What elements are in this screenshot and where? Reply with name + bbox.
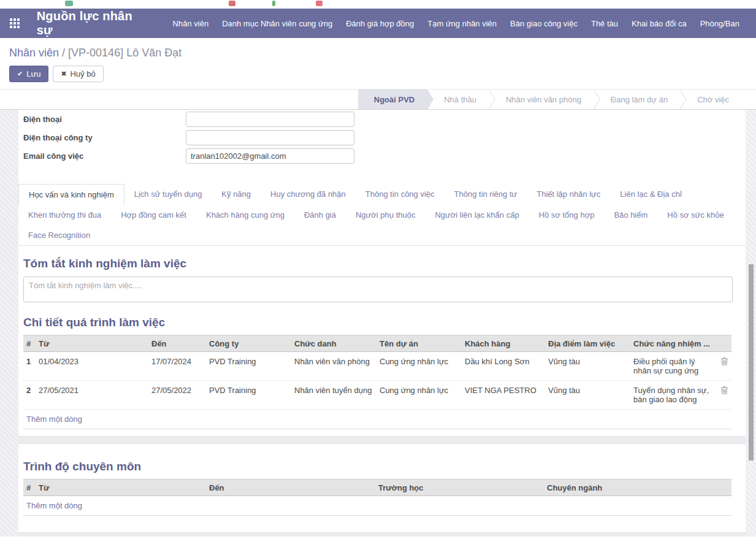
save-button[interactable]: ✔ Lưu xyxy=(9,66,48,82)
work-history-header-row: # Từ Đến Công ty Chức danh Tên dự án Khá… xyxy=(23,335,731,352)
separator-band xyxy=(18,532,746,537)
tab-dependents[interactable]: Người phụ thuộc xyxy=(346,205,425,225)
summary-textarea[interactable] xyxy=(23,277,733,302)
cell-to[interactable]: 27/05/2022 xyxy=(148,381,206,410)
browser-strip xyxy=(0,0,756,9)
tab-skills[interactable]: Kỹ năng xyxy=(212,184,261,205)
field-company-phone: Điện thoại công ty xyxy=(23,130,746,145)
vertical-scrollbar-thumb[interactable] xyxy=(749,264,754,461)
left-gutter xyxy=(0,110,18,537)
column-header-project: Tên dự án xyxy=(376,335,462,352)
cell-company[interactable]: PVD Training xyxy=(206,352,291,381)
tab-emergency-contacts[interactable]: Người liên lạc khẩn cấp xyxy=(425,205,529,225)
check-icon: ✔ xyxy=(17,70,23,78)
tab-manpower-setup[interactable]: Thiết lập nhân lực xyxy=(527,184,610,205)
tab-emulation-rewards[interactable]: Khen thưởng thi đua xyxy=(18,205,111,225)
step-dang-lam-du-an[interactable]: Đang làm dự án xyxy=(595,90,681,109)
column-header-job-title: Chức danh xyxy=(291,335,376,352)
column-header-from: Từ xyxy=(36,335,148,352)
nav-department[interactable]: Phòng/Ban xyxy=(693,10,746,37)
action-buttons: ✔ Lưu ✖ Huỷ bỏ xyxy=(0,59,756,82)
form-sheet: Điện thoại Điện thoại công ty Email công… xyxy=(18,110,746,537)
phone-input[interactable] xyxy=(186,112,354,127)
column-header-actions xyxy=(712,335,731,352)
favicon-fragment-icon xyxy=(272,1,275,6)
nav-work-handover[interactable]: Bàn giao công việc xyxy=(503,10,584,37)
step-ngoai-pvd[interactable]: Ngoài PVD xyxy=(358,90,428,109)
step-cho-viec[interactable]: Chờ việc xyxy=(681,90,743,109)
trash-icon xyxy=(720,386,728,394)
step-nhan-vien-van-phong[interactable]: Nhân viên văn phòng xyxy=(490,90,595,109)
company-phone-label: Điện thoại công ty xyxy=(23,133,186,142)
add-row-link[interactable]: Thêm một dòng xyxy=(23,496,731,516)
cell-project[interactable]: Cung ứng nhân lực xyxy=(376,352,462,381)
tab-contact-address[interactable]: Liên lạc & Địa chỉ xyxy=(610,184,691,205)
nav-employees[interactable]: Nhân viên xyxy=(166,10,216,37)
cell-work-location[interactable]: Vũng tàu xyxy=(545,352,630,381)
nav-supply-employee-catalog[interactable]: Danh mục Nhân viên cung ứng xyxy=(215,10,339,37)
tab-medals-received[interactable]: Huy chương đã nhận xyxy=(261,184,356,205)
work-email-input[interactable] xyxy=(186,148,354,164)
delete-row-button[interactable] xyxy=(720,386,728,394)
tab-education-experience[interactable]: Học vấn và kinh nghiệm xyxy=(18,184,124,205)
cell-customer[interactable]: Dầu khí Long Sơn xyxy=(462,352,545,381)
nav-contract-evaluation[interactable]: Đánh giá hợp đồng xyxy=(339,10,421,37)
tab-evaluation[interactable]: Đánh giá xyxy=(294,205,346,225)
column-header-duties: Chức năng nhiệm ... xyxy=(630,335,712,352)
cell-duties[interactable]: Tuyển dụng nhân sự, bàn giao lao động xyxy=(630,381,712,410)
tab-health-records[interactable]: Hồ sơ sức khỏe xyxy=(657,205,733,225)
step-nha-thau[interactable]: Nhà thầu xyxy=(428,90,490,109)
add-row-link[interactable]: Thêm một dòng xyxy=(23,410,731,429)
statusbar: Ngoài PVD Nhà thầu Nhân viên văn phòng Đ… xyxy=(0,89,756,110)
breadcrumb-separator: / xyxy=(59,47,68,59)
delete-row-button[interactable] xyxy=(720,357,728,365)
nav-employee-advance[interactable]: Tạm ứng nhân viên xyxy=(421,10,503,37)
field-phone: Điện thoại xyxy=(23,112,746,127)
cell-work-location[interactable]: Vũng tàu xyxy=(545,381,630,410)
summary-section-title: Tóm tắt kinh nghiệm làm việc xyxy=(23,256,746,271)
work-email-label: Email công việc xyxy=(23,151,186,161)
cell-from[interactable]: 01/04/2023 xyxy=(36,352,148,381)
navbar-brand[interactable]: Nguồn lực nhân sự xyxy=(37,9,138,37)
tab-face-recognition[interactable]: Face Recognition xyxy=(18,225,100,245)
discard-button[interactable]: ✖ Huỷ bỏ xyxy=(53,66,103,82)
cell-from[interactable]: 27/05/2021 xyxy=(36,381,148,410)
cell-customer[interactable]: VIET NGA PESTRO xyxy=(462,381,545,410)
breadcrumb-current: [VP-00146] Lô Văn Đạt xyxy=(68,47,181,59)
cell-company[interactable]: PVD Training xyxy=(206,381,291,410)
field-work-email: Email công việc xyxy=(23,148,746,164)
breadcrumb-parent-link[interactable]: Nhân viên xyxy=(9,47,59,59)
tab-commitment-contracts[interactable]: Hợp đồng cam kết xyxy=(111,205,196,225)
step-label: Đang làm dự án xyxy=(611,95,668,104)
add-row: Thêm một dòng xyxy=(23,410,731,429)
column-header-customer: Khách hàng xyxy=(462,335,545,352)
cell-project[interactable]: Cung ứng nhân lực xyxy=(376,381,462,410)
tab-supply-customers[interactable]: Khách hàng cung ứng xyxy=(196,205,294,225)
column-header-index: # xyxy=(23,480,36,496)
tab-job-info[interactable]: Thông tin công việc xyxy=(356,184,445,205)
apps-menu-icon[interactable] xyxy=(10,18,20,29)
nav-shift-change[interactable]: Khai báo đổi ca xyxy=(625,10,693,37)
save-button-label: Lưu xyxy=(26,69,40,78)
tab-recruitment-history[interactable]: Lịch sử tuyển dụng xyxy=(124,184,212,205)
discard-button-label: Huỷ bỏ xyxy=(71,69,96,78)
cell-duties[interactable]: Điều phối quản lý nhân sự cung ứng xyxy=(630,352,712,381)
phone-label: Điện thoại xyxy=(23,115,186,124)
row-index: 2 xyxy=(23,381,36,410)
close-icon: ✖ xyxy=(61,70,66,78)
nav-ship-card[interactable]: Thẻ tàu xyxy=(584,10,625,37)
work-history-row[interactable]: 1 01/04/2023 17/07/2024 PVD Training Nhâ… xyxy=(23,352,731,381)
tab-general-records[interactable]: Hồ sơ tổng hợp xyxy=(529,205,605,225)
employee-form-screen: Nguồn lực nhân sự Nhân viên Danh mục Nhâ… xyxy=(0,0,756,539)
column-header-index: # xyxy=(23,335,36,352)
step-label: Nhân viên văn phòng xyxy=(506,95,581,104)
vertical-scrollbar-track[interactable] xyxy=(746,110,756,537)
cell-job-title[interactable]: Nhân viên tuyển dụng xyxy=(291,381,376,410)
company-phone-input[interactable] xyxy=(186,130,354,145)
step-label: Ngoài PVD xyxy=(374,95,414,104)
work-history-row[interactable]: 2 27/05/2021 27/05/2022 PVD Training Nhâ… xyxy=(23,381,731,410)
cell-job-title[interactable]: Nhân viên văn phòng xyxy=(291,352,376,381)
tab-private-info[interactable]: Thông tin riêng tư xyxy=(445,184,527,205)
cell-to[interactable]: 17/07/2024 xyxy=(148,352,206,381)
tab-insurance[interactable]: Bảo hiểm xyxy=(604,205,657,225)
